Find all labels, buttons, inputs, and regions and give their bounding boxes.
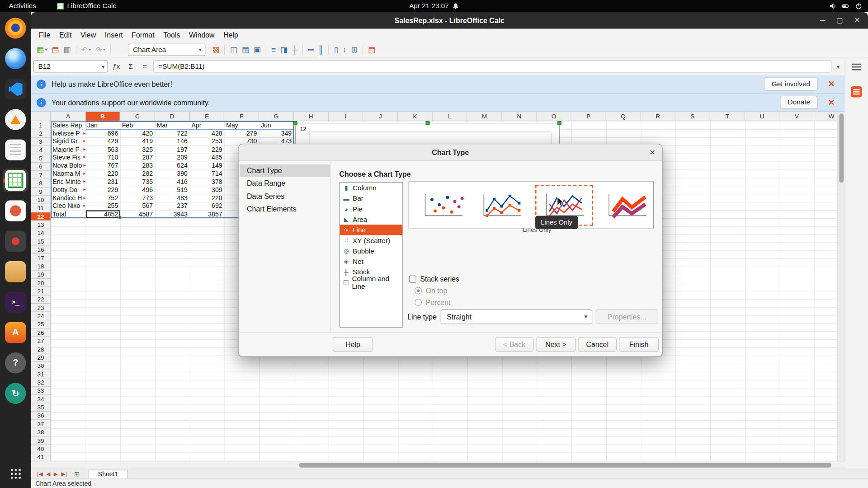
- undo-icon[interactable]: ↶▾: [79, 43, 94, 56]
- cell-b8[interactable]: 231: [85, 178, 120, 186]
- row-header-40[interactable]: 40: [31, 445, 51, 453]
- column-header-h[interactable]: H: [294, 112, 329, 121]
- cell-d6[interactable]: 624: [155, 162, 190, 170]
- column-header-e[interactable]: E: [190, 112, 225, 121]
- column-header-b[interactable]: B: [85, 112, 120, 121]
- print-icon[interactable]: ▥: [61, 43, 73, 56]
- cell-b9[interactable]: 229: [85, 186, 120, 194]
- row-header-21[interactable]: 21: [31, 287, 51, 296]
- finish-button[interactable]: Finish: [619, 337, 659, 352]
- column-header-l[interactable]: L: [433, 112, 467, 121]
- donate-button[interactable]: Donate: [780, 96, 818, 109]
- sum-button[interactable]: Σ: [125, 60, 137, 72]
- equals-button[interactable]: =: [139, 60, 151, 72]
- step-chart-type[interactable]: Chart Type: [240, 164, 330, 177]
- cell-a3[interactable]: Sigrid Gr▸: [51, 137, 86, 145]
- cell-d1[interactable]: Mar: [155, 121, 190, 129]
- cell-a6[interactable]: Nova Bolo▸: [51, 162, 86, 170]
- titles-icon[interactable]: ≡: [269, 43, 278, 56]
- cancel-button[interactable]: Cancel: [578, 337, 617, 352]
- column-header-t[interactable]: T: [710, 112, 745, 121]
- column-header-o[interactable]: O: [537, 112, 571, 121]
- cell-c10[interactable]: 773: [120, 194, 155, 202]
- column-header-k[interactable]: K: [398, 112, 433, 121]
- cell-e10[interactable]: 220: [190, 194, 225, 202]
- column-header-p[interactable]: P: [571, 112, 606, 121]
- data-table-icon[interactable]: ▦: [240, 43, 251, 56]
- cell-d12[interactable]: 3943: [155, 210, 190, 218]
- impress-icon[interactable]: [3, 199, 28, 222]
- help-icon[interactable]: ?: [3, 352, 28, 375]
- activities-button[interactable]: Activities: [9, 2, 36, 10]
- cell-d4[interactable]: 197: [155, 145, 190, 154]
- cell-d2[interactable]: 722: [155, 129, 190, 137]
- function-wizard-button[interactable]: ƒx: [110, 60, 123, 72]
- cell-a10[interactable]: Kandice H▸: [51, 194, 86, 202]
- cell-d5[interactable]: 209: [155, 154, 190, 162]
- row-header-20[interactable]: 20: [31, 279, 51, 287]
- cell-f2[interactable]: 279: [225, 129, 259, 137]
- row-header-29[interactable]: 29: [31, 353, 51, 361]
- row-header-5[interactable]: 5: [31, 155, 51, 163]
- cell-b3[interactable]: 429: [85, 137, 120, 145]
- menu-window[interactable]: Window: [184, 29, 219, 42]
- calc-icon[interactable]: [3, 169, 28, 192]
- cell-c4[interactable]: 325: [120, 145, 155, 154]
- cell-e7[interactable]: 714: [190, 170, 225, 178]
- cell-a7[interactable]: Naoma M▸: [51, 170, 86, 178]
- cell-c6[interactable]: 283: [120, 162, 155, 170]
- menu-edit[interactable]: Edit: [55, 29, 76, 42]
- row-header-34[interactable]: 34: [31, 395, 51, 403]
- cell-b2[interactable]: 696: [85, 129, 120, 137]
- close-infobar-icon[interactable]: ✕: [823, 98, 839, 108]
- next-button[interactable]: Next >: [536, 337, 576, 352]
- 3d-lines-thumbnail[interactable]: [602, 188, 651, 222]
- minimize-button[interactable]: ─: [820, 12, 825, 29]
- row-header-1[interactable]: 1: [31, 121, 51, 129]
- vertical-scrollbar[interactable]: [837, 112, 844, 461]
- row-header-7[interactable]: 7: [31, 171, 51, 179]
- row-header-18[interactable]: 18: [31, 262, 51, 270]
- updates-icon[interactable]: ↻: [3, 382, 28, 405]
- row-header-8[interactable]: 8: [31, 179, 51, 188]
- column-header-v[interactable]: V: [780, 112, 815, 121]
- cell-e9[interactable]: 309: [190, 186, 225, 194]
- libreoffice-logo-icon[interactable]: ▦▾: [34, 43, 49, 56]
- first-sheet-icon[interactable]: |◀: [35, 471, 44, 477]
- row-header-24[interactable]: 24: [31, 312, 51, 320]
- cell-c7[interactable]: 282: [120, 170, 155, 178]
- chat-icon[interactable]: [3, 47, 28, 70]
- cell-b1[interactable]: Jan: [85, 121, 120, 129]
- cell-b5[interactable]: 710: [85, 154, 120, 162]
- cell-e3[interactable]: 253: [190, 137, 225, 145]
- cell-d8[interactable]: 416: [155, 178, 190, 186]
- type-net[interactable]: ◈Net: [340, 256, 402, 267]
- close-infobar-icon[interactable]: ✕: [823, 79, 839, 89]
- vlc-icon[interactable]: [3, 108, 28, 131]
- percent-radio[interactable]: [415, 299, 422, 306]
- selection-handle[interactable]: [293, 121, 297, 125]
- row-header-11[interactable]: 11: [31, 204, 51, 212]
- clock-menu[interactable]: Apr 21 23:07: [409, 0, 459, 12]
- column-header-w[interactable]: W: [814, 112, 837, 121]
- select-all-corner[interactable]: [31, 112, 51, 121]
- cell-b10[interactable]: 752: [85, 194, 120, 202]
- row-header-17[interactable]: 17: [31, 254, 51, 262]
- writer-icon[interactable]: [3, 138, 28, 161]
- expand-formula-bar-icon[interactable]: ▾: [834, 63, 843, 69]
- name-box[interactable]: B12 ▾: [33, 60, 108, 72]
- add-sheet-icon[interactable]: ⊞: [71, 470, 83, 478]
- cell-e6[interactable]: 149: [190, 162, 225, 170]
- row-header-23[interactable]: 23: [31, 304, 51, 312]
- column-header-u[interactable]: U: [745, 112, 780, 121]
- row-header-28[interactable]: 28: [31, 345, 51, 353]
- type-column-and-line[interactable]: ◫Column and Line: [340, 277, 402, 287]
- previous-sheet-icon[interactable]: ◀: [44, 471, 52, 477]
- column-header-f[interactable]: F: [224, 112, 259, 121]
- cell-f1[interactable]: May: [225, 121, 259, 129]
- row-header-25[interactable]: 25: [31, 320, 51, 328]
- cell-d11[interactable]: 237: [155, 202, 190, 210]
- menu-tools[interactable]: Tools: [159, 29, 184, 42]
- line-type-dropdown[interactable]: Straight ▾: [441, 309, 593, 324]
- help-button[interactable]: Help: [333, 337, 373, 352]
